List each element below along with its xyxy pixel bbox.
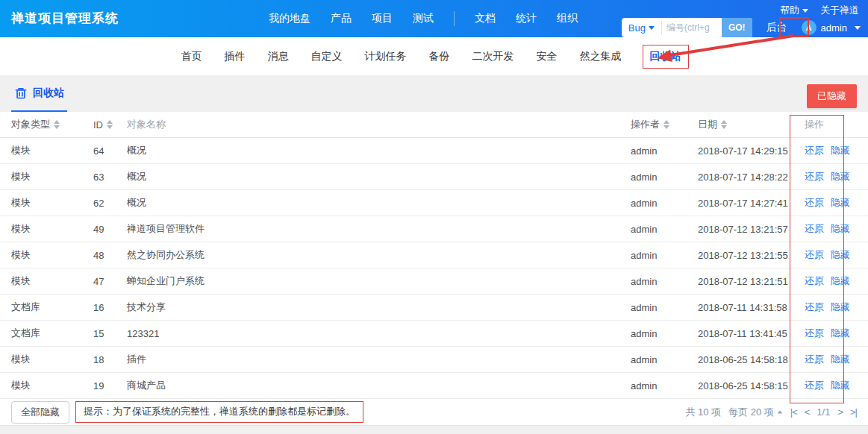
main-nav-item[interactable]: 统计 bbox=[516, 12, 537, 25]
cell-actions: 还原 隐藏 bbox=[795, 144, 857, 157]
cell-object-name: 然之协同办公系统 bbox=[127, 248, 631, 262]
recycle-bin-table: 对象类型 ID 对象名称 操作者 日期 操作 模块 64 概况 admin 20… bbox=[0, 112, 868, 399]
help-link[interactable]: 帮助 bbox=[780, 4, 808, 17]
subnav-item[interactable]: 计划任务 bbox=[363, 45, 408, 69]
user-menu[interactable]: A admin bbox=[802, 20, 861, 35]
subnav-item[interactable]: 备份 bbox=[428, 45, 452, 69]
main-nav-item[interactable]: 测试 bbox=[413, 12, 434, 25]
table-header-row: 对象类型 ID 对象名称 操作者 日期 操作 bbox=[0, 112, 868, 138]
main-nav-item[interactable]: 文档 bbox=[475, 12, 496, 25]
restore-link[interactable]: 还原 bbox=[805, 275, 824, 286]
subnav-item[interactable]: 消息 bbox=[266, 45, 290, 69]
chevron-down-icon bbox=[802, 9, 808, 13]
cell-object-type: 模块 bbox=[11, 274, 93, 288]
cell-actions: 还原 隐藏 bbox=[795, 327, 857, 340]
subnav-item[interactable]: 自定义 bbox=[310, 45, 344, 69]
restore-link[interactable]: 还原 bbox=[805, 171, 824, 182]
hidden-filter-button[interactable]: 已隐藏 bbox=[807, 84, 857, 108]
hide-link[interactable]: 隐藏 bbox=[831, 171, 850, 182]
admin-panel-link[interactable]: 后台 bbox=[762, 19, 792, 36]
main-nav: 我的地盘产品项目测试 文档统计组织 bbox=[269, 0, 578, 37]
about-link[interactable]: 关于禅道 bbox=[820, 4, 859, 17]
table-row: 模块 47 蝉知企业门户系统 admin 2018-07-12 13:21:51… bbox=[0, 268, 868, 295]
cell-object-type: 模块 bbox=[11, 170, 93, 183]
sort-icon bbox=[107, 120, 113, 129]
hide-link[interactable]: 隐藏 bbox=[831, 327, 850, 339]
pager: 共 10 项 每页 20 项 |< < 1/1 > >| bbox=[685, 406, 857, 419]
cell-id: 15 bbox=[93, 328, 127, 339]
search-module-dropdown[interactable]: Bug bbox=[622, 18, 661, 37]
hide-link[interactable]: 隐藏 bbox=[831, 197, 850, 208]
sort-icon bbox=[54, 120, 60, 129]
cell-actor: admin bbox=[631, 354, 698, 365]
chevron-up-icon bbox=[778, 411, 782, 414]
column-header-actor[interactable]: 操作者 bbox=[631, 118, 698, 131]
cell-id: 62 bbox=[93, 198, 127, 209]
cell-object-type: 模块 bbox=[11, 222, 93, 236]
restore-link[interactable]: 还原 bbox=[805, 301, 824, 312]
restore-link[interactable]: 还原 bbox=[805, 145, 824, 156]
restore-link[interactable]: 还原 bbox=[805, 353, 824, 365]
cell-id: 48 bbox=[93, 250, 127, 261]
pager-page-indicator: 1/1 bbox=[817, 406, 830, 418]
cell-object-type: 模块 bbox=[11, 248, 93, 262]
cell-id: 18 bbox=[93, 354, 127, 365]
hide-link[interactable]: 隐藏 bbox=[831, 380, 850, 391]
restore-link[interactable]: 还原 bbox=[805, 223, 824, 234]
subnav-item[interactable]: 然之集成 bbox=[578, 45, 623, 69]
search-input[interactable] bbox=[662, 18, 722, 37]
cell-actions: 还原 隐藏 bbox=[795, 353, 857, 366]
trash-icon bbox=[14, 87, 28, 100]
cell-object-type: 模块 bbox=[11, 379, 93, 392]
cell-actor: admin bbox=[631, 328, 698, 339]
subnav-item[interactable]: 插件 bbox=[223, 45, 247, 69]
pager-first-button[interactable]: |< bbox=[790, 406, 797, 418]
hide-link[interactable]: 隐藏 bbox=[831, 353, 850, 365]
cell-id: 16 bbox=[93, 302, 127, 313]
subnav-item[interactable]: 二次开发 bbox=[471, 45, 516, 69]
cell-actions: 还原 隐藏 bbox=[795, 301, 857, 314]
main-nav-item[interactable]: 项目 bbox=[372, 12, 393, 25]
restore-link[interactable]: 还原 bbox=[805, 380, 824, 391]
section-strip: 回收站 已隐藏 bbox=[0, 76, 868, 112]
hide-link[interactable]: 隐藏 bbox=[831, 223, 850, 234]
subnav-item[interactable]: 首页 bbox=[180, 45, 204, 69]
pager-prev-button[interactable]: < bbox=[805, 406, 810, 418]
hide-all-button[interactable]: 全部隐藏 bbox=[11, 401, 69, 424]
tab-recycle-bin[interactable]: 回收站 bbox=[11, 76, 67, 112]
subnav-item[interactable]: 回收站 bbox=[643, 45, 689, 69]
table-body: 模块 64 概况 admin 2018-07-17 14:29:15 还原 隐藏… bbox=[0, 138, 868, 399]
column-header-type[interactable]: 对象类型 bbox=[11, 118, 93, 131]
header-utility-links: 帮助 关于禅道 bbox=[780, 4, 859, 17]
cell-date: 2018-06-25 14:58:15 bbox=[698, 380, 795, 391]
hide-link[interactable]: 隐藏 bbox=[831, 275, 850, 286]
hide-link[interactable]: 隐藏 bbox=[831, 249, 850, 260]
cell-object-name: 概况 bbox=[127, 196, 631, 210]
subnav-item[interactable]: 安全 bbox=[535, 45, 559, 69]
cell-id: 19 bbox=[93, 380, 127, 391]
pager-next-button[interactable]: > bbox=[837, 406, 843, 418]
cell-id: 49 bbox=[93, 224, 127, 235]
pager-per-page[interactable]: 每页 20 项 bbox=[728, 406, 783, 419]
restore-link[interactable]: 还原 bbox=[805, 249, 824, 260]
main-nav-item[interactable]: 我的地盘 bbox=[269, 12, 310, 25]
hide-link[interactable]: 隐藏 bbox=[831, 301, 850, 312]
go-button[interactable]: GO! bbox=[722, 18, 752, 37]
cell-actor: admin bbox=[631, 250, 698, 261]
restore-link[interactable]: 还原 bbox=[805, 327, 824, 339]
hint-text: 提示：为了保证系统的完整性，禅道系统的删除都是标记删除。 bbox=[75, 401, 363, 423]
column-header-date[interactable]: 日期 bbox=[698, 118, 795, 131]
cell-id: 47 bbox=[93, 276, 127, 287]
cell-object-name: 蝉知企业门户系统 bbox=[127, 274, 631, 288]
pager-last-button[interactable]: >| bbox=[850, 406, 857, 418]
hide-link[interactable]: 隐藏 bbox=[831, 145, 850, 156]
quick-search-group: Bug GO! bbox=[622, 18, 752, 37]
cell-id: 64 bbox=[93, 145, 127, 157]
column-header-actions: 操作 bbox=[795, 118, 857, 131]
chevron-down-icon bbox=[649, 26, 655, 30]
restore-link[interactable]: 还原 bbox=[805, 197, 824, 208]
main-nav-item[interactable]: 产品 bbox=[331, 12, 352, 25]
table-row: 文档库 15 123321 admin 2018-07-11 13:41:45 … bbox=[0, 321, 868, 347]
column-header-id[interactable]: ID bbox=[93, 119, 127, 130]
main-nav-item[interactable]: 组织 bbox=[557, 12, 578, 25]
